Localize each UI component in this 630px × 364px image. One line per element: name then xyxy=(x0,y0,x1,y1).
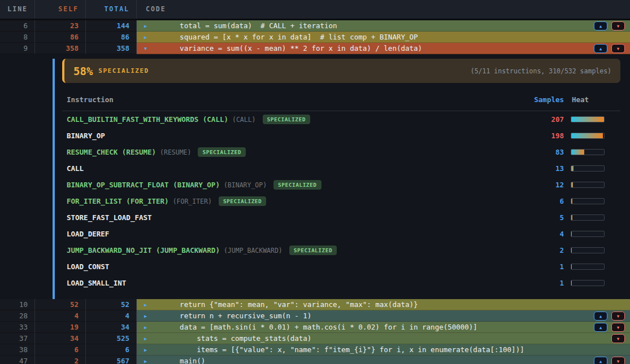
col-header-line: LINE xyxy=(0,0,35,19)
jump-down-button[interactable]: ▼ xyxy=(611,44,625,53)
total-samples: 358 xyxy=(86,43,137,54)
heat-bar-fill xyxy=(571,182,573,187)
jump-up-button[interactable]: ▲ xyxy=(594,21,607,30)
code-cell[interactable]: ▶ items = [{"value": x, "name": f"item_{… xyxy=(137,344,630,356)
instruction-row: FOR_ITER_LIST (FOR_ITER)(FOR_ITER)SPECIA… xyxy=(62,193,620,209)
line-number: 33 xyxy=(0,322,35,333)
instruction-row: JUMP_BACKWARD_NO_JIT (JUMP_BACKWARD)(JUM… xyxy=(62,242,620,258)
nav-buttons: ▲ ▼ xyxy=(594,357,625,364)
expand-collapse-icon[interactable]: ▶ xyxy=(144,333,150,344)
line-number: 37 xyxy=(0,333,35,344)
instruction-table-header: Instruction Samples Heat xyxy=(62,90,620,111)
expand-collapse-icon[interactable]: ▶ xyxy=(144,32,150,43)
sample-count: 13 xyxy=(513,164,564,173)
instruction-name: CALL_BUILTIN_FAST_WITH_KEYWORDS (CALL) xyxy=(67,115,228,124)
self-samples: 34 xyxy=(35,333,86,344)
heat-bar-fill xyxy=(571,117,604,122)
col-header-code: CODE xyxy=(137,0,630,19)
profiler-app: LINE SELF TOTAL CODE 6 23 144 ▶ total = … xyxy=(0,0,630,364)
jump-down-button[interactable]: ▼ xyxy=(611,334,625,343)
base-opcode: (FOR_ITER) xyxy=(173,198,212,205)
instruction-name: CALL xyxy=(67,164,84,173)
jump-up-button[interactable]: ▲ xyxy=(594,312,607,321)
instruction-name: JUMP_BACKWARD_NO_JIT (JUMP_BACKWARD) xyxy=(67,246,220,255)
heat-bar-fill xyxy=(571,215,572,220)
heat-bar xyxy=(571,182,605,188)
instruction-row: LOAD_CONST 1 xyxy=(62,258,620,275)
jump-down-button[interactable]: ▼ xyxy=(611,312,625,321)
jump-up-button[interactable]: ▲ xyxy=(594,44,607,53)
line-number: 38 xyxy=(0,344,35,356)
heat-bar xyxy=(571,247,605,253)
heat-bar xyxy=(571,280,605,286)
line-number: 47 xyxy=(0,356,35,364)
expand-collapse-icon[interactable]: ▼ xyxy=(144,43,150,54)
code-row-line-6[interactable]: 6 23 144 ▶ total = sum(data) # CALL + it… xyxy=(0,20,630,32)
code-row-line-33[interactable]: 33 19 34 ▶ data = [math.sin(i * 0.01) + … xyxy=(0,322,630,333)
expand-collapse-icon[interactable]: ▶ xyxy=(144,322,150,333)
code-cell[interactable]: ▶ squared = [x * x for x in data] # list… xyxy=(137,32,630,43)
specialized-badge: SPECIALIZED xyxy=(273,180,321,190)
code-cell[interactable]: ▶ return {"mean": mean, "var": variance,… xyxy=(137,299,630,310)
sample-count: 6 xyxy=(513,197,564,205)
col-header-samples: Samples xyxy=(513,95,564,104)
table-header: LINE SELF TOTAL CODE xyxy=(0,0,630,20)
expand-collapse-icon[interactable]: ▶ xyxy=(144,356,150,364)
code-row-line-37[interactable]: 37 34 525 ▶ stats = compute_stats(data) … xyxy=(0,333,630,344)
heat-bar-fill xyxy=(571,248,572,253)
specialized-badge: SPECIALIZED xyxy=(219,196,266,206)
code-cell[interactable]: ▶ main() ▲ ▼ xyxy=(137,356,630,364)
code-cell[interactable]: ▶ stats = compute_stats(data) ▼ xyxy=(137,333,630,344)
line-number: 8 xyxy=(0,32,35,43)
line-number: 6 xyxy=(0,20,35,32)
instruction-name: RESUME_CHECK (RESUME) xyxy=(67,148,156,156)
jump-down-button[interactable]: ▼ xyxy=(611,21,625,30)
code-text: total = sum(data) # CALL + iteration xyxy=(163,20,337,32)
instruction-table: Instruction Samples Heat CALL_BUILTIN_FA… xyxy=(62,90,620,291)
specialization-summary: 58% SPECIALIZED (5/11 instructions, 310/… xyxy=(62,59,620,83)
jump-up-button[interactable]: ▲ xyxy=(594,323,607,332)
code-text: return {"mean": mean, "var": variance, "… xyxy=(163,299,418,310)
self-samples: 19 xyxy=(35,322,86,333)
instruction-name: LOAD_DEREF xyxy=(67,230,109,238)
code-row-line-8[interactable]: 8 86 86 ▶ squared = [x * x for x in data… xyxy=(0,32,630,43)
nav-buttons: ▲ ▼ xyxy=(594,44,625,53)
code-row-line-47[interactable]: 47 2 567 ▶ main() ▲ ▼ xyxy=(0,356,630,364)
col-header-total: TOTAL xyxy=(86,0,137,19)
jump-down-button[interactable]: ▼ xyxy=(611,323,625,332)
code-text: variance = sum((x - mean) ** 2 for x in … xyxy=(163,43,422,54)
self-samples: 4 xyxy=(35,310,86,322)
instruction-name: LOAD_SMALL_INT xyxy=(67,279,126,287)
specialized-percent: 58% xyxy=(73,65,93,77)
code-cell[interactable]: ▶ total = sum(data) # CALL + iteration ▲… xyxy=(137,20,630,32)
total-samples: 567 xyxy=(86,356,137,364)
expand-collapse-icon[interactable]: ▶ xyxy=(144,344,150,356)
base-opcode: (BINARY_OP) xyxy=(224,181,267,189)
heat-bar-fill xyxy=(571,133,603,138)
self-samples: 86 xyxy=(35,32,86,43)
specialization-meta: (5/11 instructions, 310/532 samples) xyxy=(471,67,611,75)
col-header-instruction: Instruction xyxy=(62,95,513,104)
sample-count: 83 xyxy=(513,148,564,156)
expand-collapse-icon[interactable]: ▶ xyxy=(144,20,150,32)
heat-bar-fill xyxy=(571,280,572,286)
jump-down-button[interactable]: ▼ xyxy=(611,357,625,364)
expand-collapse-icon[interactable]: ▶ xyxy=(144,310,150,322)
code-cell[interactable]: ▼ variance = sum((x - mean) ** 2 for x i… xyxy=(137,43,630,54)
code-row-line-9[interactable]: 9 358 358 ▼ variance = sum((x - mean) **… xyxy=(0,43,630,54)
jump-up-button[interactable]: ▲ xyxy=(594,357,607,364)
sample-count: 12 xyxy=(513,181,564,189)
code-row-line-10[interactable]: 10 52 52 ▶ return {"mean": mean, "var": … xyxy=(0,299,630,310)
col-header-self: SELF xyxy=(35,0,86,19)
code-cell[interactable]: ▶ return n + recursive_sum(n - 1) ▲ ▼ xyxy=(137,310,630,322)
instruction-name: FOR_ITER_LIST (FOR_ITER) xyxy=(67,197,169,205)
heat-bar xyxy=(571,165,605,172)
total-samples: 144 xyxy=(86,20,137,32)
code-row-line-28[interactable]: 28 4 4 ▶ return n + recursive_sum(n - 1)… xyxy=(0,310,630,322)
expand-collapse-icon[interactable]: ▶ xyxy=(144,299,150,310)
specialized-badge: SPECIALIZED xyxy=(198,147,245,157)
code-row-line-38[interactable]: 38 6 6 ▶ items = [{"value": x, "name": f… xyxy=(0,344,630,356)
code-cell[interactable]: ▶ data = [math.sin(i * 0.01) + math.cos(… xyxy=(137,322,630,333)
instruction-row: STORE_FAST_LOAD_FAST 5 xyxy=(62,209,620,226)
code-text: return n + recursive_sum(n - 1) xyxy=(163,310,311,322)
